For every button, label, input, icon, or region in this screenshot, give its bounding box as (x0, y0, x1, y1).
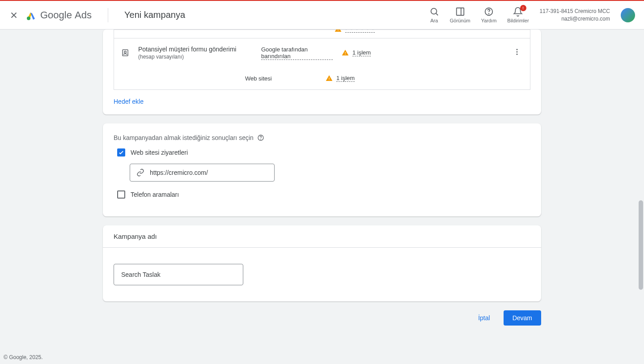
help-label: Yardım (481, 18, 497, 23)
close-icon (9, 10, 19, 20)
more-vert-icon (513, 48, 521, 56)
buttons-row: İptal Devam (103, 310, 541, 334)
account-email-line: nazli@cremicro.com (540, 15, 610, 23)
notification-badge: ! (520, 5, 526, 11)
svg-point-11 (517, 51, 518, 53)
svg-rect-2 (456, 8, 464, 16)
cancel-button[interactable]: İptal (469, 310, 499, 326)
footer: © Google, 2025. (0, 351, 644, 364)
svg-point-10 (517, 49, 518, 50)
campaign-name-input-container[interactable] (114, 264, 243, 285)
goal-action-count[interactable]: 1 işlem (336, 75, 355, 82)
url-input-container[interactable] (130, 164, 275, 182)
url-input[interactable] (150, 169, 268, 176)
avatar[interactable] (621, 8, 635, 22)
goal-action-count[interactable]: 1 işlem (352, 49, 371, 56)
account-id-line: 117-391-8415 Cremicro MCC (540, 8, 610, 15)
results-card: Bu kampanyadan almak istediğiniz sonuçla… (103, 123, 541, 216)
campaign-name-card: Kampanya adı (103, 225, 541, 301)
continue-button[interactable]: Devam (504, 310, 541, 326)
goal-row-menu[interactable] (511, 30, 523, 33)
phone-calls-row: Telefon aramaları (117, 190, 530, 199)
search-icon (429, 7, 439, 17)
scrollbar-track[interactable] (638, 30, 644, 349)
campaign-name-title: Kampanya adı (114, 233, 530, 240)
goal-row-partial: - - - - - - (114, 30, 530, 38)
svg-point-12 (517, 54, 518, 55)
partial-action-text: - - - - - - (345, 30, 375, 33)
goal-source-google-hosted[interactable]: Google tarafından barındırılan (261, 46, 333, 60)
close-button[interactable] (9, 10, 19, 20)
notifications-label: Bildirimler (507, 18, 529, 23)
website-visits-row: Web sitesi ziyaretleri (117, 148, 530, 157)
view-label: Görünüm (450, 18, 470, 23)
search-label: Ara (430, 18, 438, 23)
svg-point-1 (431, 8, 436, 14)
goal-sub-row-website: Web sitesi 1 işlem (245, 67, 530, 89)
view-icon (455, 7, 465, 17)
goal-row-lead-form: Potansiyel müşteri formu gönderimi (hesa… (114, 38, 530, 90)
header-left: Google Ads Yeni kampanya (9, 8, 185, 22)
svg-point-14 (261, 139, 261, 140)
check-icon (118, 149, 124, 156)
view-button[interactable]: Görünüm (450, 7, 470, 23)
google-ads-logo-icon (26, 10, 37, 21)
notifications-button[interactable]: ! Bildirimler (507, 7, 529, 23)
header-right: Ara Görünüm Yardım ! Bildirimler 117-391… (429, 7, 635, 23)
help-icon (484, 7, 494, 17)
add-goal-link[interactable]: Hedef ekle (103, 90, 154, 105)
phone-calls-checkbox[interactable] (117, 190, 125, 199)
phone-calls-label: Telefon aramaları (131, 191, 179, 198)
warning-icon (342, 49, 349, 56)
goals-card: - - - - - - Potansiyel müşteri formu gön… (103, 30, 541, 114)
scrollbar-thumb[interactable] (639, 200, 643, 290)
help-button[interactable]: Yardım (481, 7, 497, 23)
help-circle-icon[interactable] (257, 134, 264, 141)
website-visits-label: Web sitesi ziyaretleri (131, 149, 188, 156)
svg-point-0 (27, 17, 30, 20)
goal-row-menu[interactable] (511, 46, 523, 59)
content-area: - - - - - - Potansiyel müşteri formu gön… (0, 30, 644, 349)
goal-default-label: (hesap varsayılanı) (138, 54, 252, 60)
lead-form-icon (121, 49, 129, 57)
goal-name: Potansiyel müşteri formu gönderimi (138, 46, 252, 53)
logo-area: Google Ads (26, 9, 92, 21)
header-divider (108, 8, 108, 22)
campaign-name-input[interactable] (121, 271, 236, 278)
goal-source-website: Web sitesi (245, 75, 272, 82)
header: Google Ads Yeni kampanya Ara Görünüm Yar… (0, 0, 644, 30)
account-info: 117-391-8415 Cremicro MCC nazli@cremicro… (540, 8, 610, 23)
svg-point-9 (124, 51, 127, 53)
search-button[interactable]: Ara (429, 7, 439, 23)
link-icon (136, 169, 144, 177)
warning-icon (335, 30, 342, 33)
page-title: Yeni kampanya (124, 10, 185, 20)
results-section-label: Bu kampanyadan almak istediğiniz sonuçla… (114, 134, 530, 141)
brand-text: Google Ads (40, 9, 92, 21)
warning-icon (326, 75, 333, 82)
campaign-name-header: Kampanya adı (103, 225, 541, 248)
copyright-text: © Google, 2025. (4, 354, 43, 360)
website-visits-checkbox[interactable] (117, 148, 125, 157)
svg-point-4 (489, 13, 489, 14)
